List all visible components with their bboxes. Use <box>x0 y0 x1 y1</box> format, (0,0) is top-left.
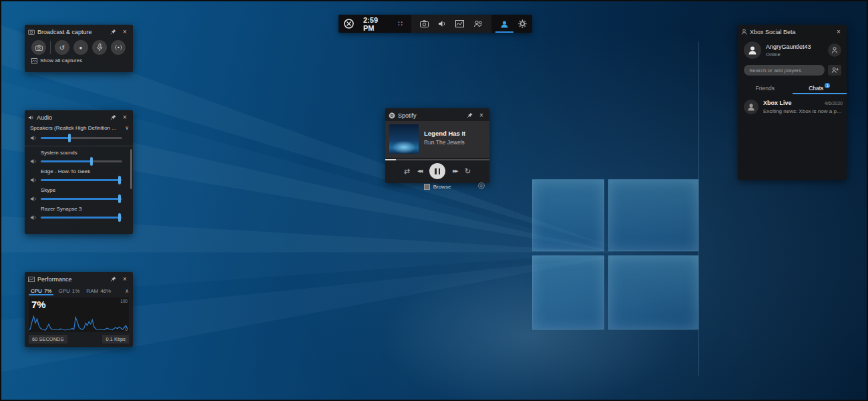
audio-app-name: Razer Synapse 3 <box>25 204 133 212</box>
playback-controls: ⇄ ◀◀ ▶▶ ↻ <box>385 160 489 182</box>
profile-settings-button[interactable] <box>828 43 841 57</box>
chat-list-item[interactable]: Xbox Live 4/6/2020 Exciting news: Xbox i… <box>738 94 847 114</box>
capture-widget-button[interactable] <box>415 15 433 33</box>
performance-graph-icon <box>455 20 464 27</box>
add-friend-button[interactable] <box>828 65 841 76</box>
social-widget-button[interactable] <box>469 15 487 33</box>
pin-icon[interactable] <box>108 27 118 36</box>
pause-button[interactable] <box>429 163 445 179</box>
browse-checkbox-icon[interactable] <box>424 184 430 190</box>
audio-app-list: System sounds Edge - How-To Geek <box>25 148 133 222</box>
next-track-button[interactable]: ▶▶ <box>453 168 457 174</box>
social-tabs: Friends Chats 1 <box>738 82 847 94</box>
audio-app-row: System sounds <box>25 148 133 166</box>
search-input[interactable]: Search or add players <box>744 65 825 76</box>
graph-timescale-label: 60 SECONDS <box>29 335 67 344</box>
social-widget-titlebar: Xbox Social Beta × <box>738 25 847 37</box>
playback-progress-bar[interactable] <box>385 159 489 160</box>
speaker-icon <box>438 20 446 27</box>
online-status: Online <box>766 51 811 57</box>
collapse-chevron-icon[interactable]: ∧ <box>125 288 129 294</box>
gallery-icon <box>31 58 37 63</box>
toolbar-clock: 2:59 PM <box>363 16 385 32</box>
audio-app-slider[interactable] <box>41 160 122 162</box>
tab-ram[interactable]: RAM 46% <box>84 287 113 295</box>
performance-widget-titlebar: Performance × <box>25 272 133 285</box>
pin-icon[interactable] <box>108 275 118 283</box>
camera-icon <box>28 29 35 35</box>
capture-buttons: ↺ ● <box>25 37 133 56</box>
add-person-icon <box>831 67 839 74</box>
now-playing: Legend Has It Run The Jewels <box>385 121 489 158</box>
spotify-widget-title: Spotify <box>398 112 462 119</box>
cpu-graph-line <box>29 317 128 331</box>
tab-chats[interactable]: Chats 1 <box>793 82 847 94</box>
start-recording-button[interactable]: ● <box>73 40 88 55</box>
capture-widget-title: Broadcast & capture <box>37 29 105 35</box>
close-icon[interactable]: × <box>120 275 130 283</box>
camera-icon <box>420 20 429 27</box>
speaker-icon <box>30 177 37 183</box>
speaker-icon <box>28 115 34 120</box>
chat-avatar <box>744 100 758 114</box>
pin-icon[interactable] <box>108 113 118 122</box>
browse-label: Browse <box>433 184 451 190</box>
close-icon[interactable]: × <box>120 113 130 122</box>
audio-app-row: Skype <box>25 185 133 203</box>
gamer-profile-button[interactable] <box>495 15 513 33</box>
record-last-30s-button[interactable]: ↺ <box>55 40 69 55</box>
gamer-icon <box>500 20 509 28</box>
audio-widget: Audio × Speakers (Realtek High Definitio… <box>25 110 133 234</box>
xbox-logo-icon <box>344 19 354 29</box>
speaker-icon <box>30 196 37 202</box>
audio-widget-titlebar: Audio × <box>25 110 133 123</box>
previous-track-button[interactable]: ◀◀ <box>417 168 422 174</box>
chat-message-preview: Exciting news: Xbox is now a part of... <box>763 108 843 114</box>
unread-badge: 1 <box>825 83 830 88</box>
shuffle-button[interactable]: ⇄ <box>404 168 410 175</box>
audio-app-name: Skype <box>25 185 133 193</box>
tab-gpu[interactable]: GPU 1% <box>56 287 81 295</box>
performance-footer: 60 SECONDS 0.1 Kbps <box>25 332 133 346</box>
close-icon[interactable]: × <box>477 111 486 120</box>
capture-widget-titlebar: Broadcast & capture × <box>25 25 133 37</box>
xbox-button[interactable] <box>344 15 359 33</box>
settings-button[interactable] <box>513 15 527 33</box>
show-all-captures-label: Show all captures <box>40 57 82 63</box>
repeat-button[interactable]: ↻ <box>465 168 471 175</box>
audio-widget-button[interactable] <box>433 15 451 33</box>
scrollbar[interactable] <box>130 149 132 189</box>
profile-row: AngryGauntlet43 Online <box>738 37 847 60</box>
audio-app-slider[interactable] <box>41 217 122 219</box>
toolbar-widget-group <box>411 15 491 33</box>
start-broadcast-button[interactable] <box>111 40 126 55</box>
microphone-toggle-button[interactable] <box>92 40 107 55</box>
track-artist: Run The Jewels <box>424 139 465 146</box>
game-bar-overlay: 2:59 PM ∷ <box>0 0 868 401</box>
audio-device-dropdown[interactable]: Speakers (Realtek High Definition Audio)… <box>25 123 133 132</box>
graph-rate-label: 0.1 Kbps <box>102 335 129 344</box>
performance-widget-button[interactable] <box>451 15 469 33</box>
master-volume-slider[interactable] <box>41 137 122 139</box>
audio-widget-title: Audio <box>37 114 105 121</box>
pin-icon[interactable] <box>465 111 474 120</box>
tab-cpu[interactable]: CPU 7% <box>29 287 53 295</box>
spotify-icon <box>389 112 395 119</box>
audio-app-slider[interactable] <box>41 179 122 181</box>
chat-sender-name: Xbox Live <box>763 100 825 106</box>
close-icon[interactable]: × <box>834 27 843 36</box>
spotify-widget-titlebar: Spotify × <box>385 108 489 121</box>
audio-app-row: Razer Synapse 3 <box>25 204 133 222</box>
show-all-captures[interactable]: Show all captures <box>25 56 133 65</box>
audio-app-name: Edge - How-To Geek <box>25 166 133 174</box>
search-row: Search or add players <box>738 60 847 77</box>
close-icon[interactable]: × <box>120 27 130 36</box>
divider <box>50 41 51 54</box>
spotify-widget: Spotify × Legend Has It Run The Jewels ⇄… <box>385 108 489 183</box>
capture-widget: Broadcast & capture × ↺ ● Show all captu… <box>25 25 133 72</box>
tab-friends[interactable]: Friends <box>738 82 793 94</box>
widget-menu-button[interactable]: ∷ <box>393 15 407 33</box>
screenshot-button[interactable] <box>31 40 46 55</box>
performance-widget-title: Performance <box>37 276 105 283</box>
audio-app-slider[interactable] <box>41 198 122 200</box>
